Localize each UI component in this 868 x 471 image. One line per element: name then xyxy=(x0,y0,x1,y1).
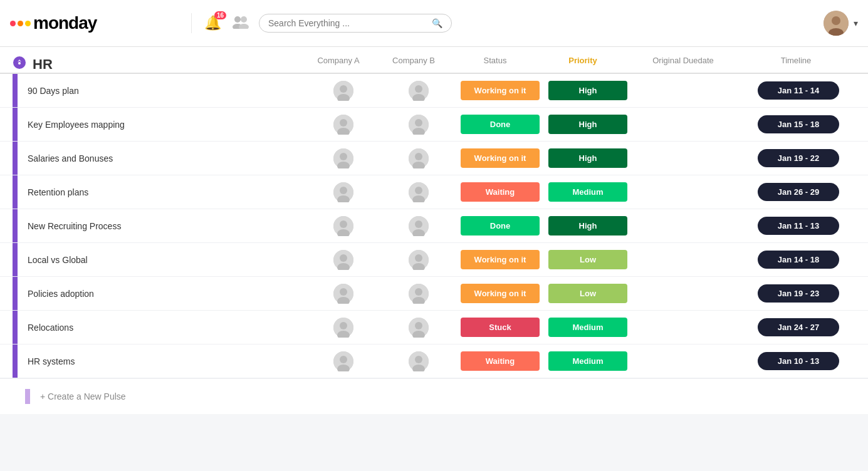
svg-point-56 xyxy=(415,322,422,329)
row-task-name: Salaries and Bonuses xyxy=(18,147,306,170)
row-task-name: New Recruiting Process xyxy=(18,215,306,237)
status-badge: Working on it xyxy=(461,148,540,168)
row-company-b-avatar[interactable] xyxy=(381,182,456,202)
avatar-icon xyxy=(333,284,353,304)
svg-point-17 xyxy=(340,119,347,127)
row-color-bar xyxy=(13,108,18,141)
row-company-a-avatar[interactable] xyxy=(306,81,381,101)
row-company-a-avatar[interactable] xyxy=(306,284,381,304)
row-company-a-avatar[interactable] xyxy=(306,216,381,236)
row-company-a-avatar[interactable] xyxy=(306,250,381,270)
avatar-icon xyxy=(409,351,429,371)
row-priority-cell[interactable]: High xyxy=(544,214,632,238)
row-priority-cell[interactable]: Low xyxy=(544,247,632,272)
row-priority-cell[interactable]: High xyxy=(544,78,632,103)
priority-badge: Medium xyxy=(548,351,627,371)
row-status-cell[interactable]: Working on it xyxy=(456,247,544,272)
table-row[interactable]: Policies adoption Working on it Low Jan … xyxy=(0,277,868,311)
row-company-a-avatar[interactable] xyxy=(306,148,381,168)
status-badge: Done xyxy=(461,216,540,236)
col-header-company-a: Company A xyxy=(301,56,376,73)
row-color-bar xyxy=(13,344,18,378)
row-status-cell[interactable]: Working on it xyxy=(456,78,544,103)
row-priority-cell[interactable]: High xyxy=(544,146,632,170)
row-company-b-avatar[interactable] xyxy=(381,284,456,304)
avatar-icon xyxy=(333,182,353,202)
avatar-icon xyxy=(333,318,353,338)
row-color-bar xyxy=(13,311,18,344)
search-input[interactable] xyxy=(268,18,427,28)
priority-badge: High xyxy=(548,148,627,168)
row-timeline-cell[interactable]: Jan 15 - 18 xyxy=(745,115,857,133)
status-badge: Waiting xyxy=(461,351,540,371)
avatar[interactable] xyxy=(824,11,849,36)
timeline-badge: Jan 11 - 14 xyxy=(758,81,839,100)
svg-point-20 xyxy=(415,119,422,127)
row-priority-cell[interactable]: Low xyxy=(544,281,632,306)
row-status-cell[interactable]: Done xyxy=(456,112,544,137)
svg-point-23 xyxy=(340,153,347,160)
status-badge: Working on it xyxy=(461,81,540,100)
row-company-b-avatar[interactable] xyxy=(381,250,456,270)
row-company-a-avatar[interactable] xyxy=(306,182,381,202)
row-company-b-avatar[interactable] xyxy=(381,148,456,168)
row-status-cell[interactable]: Waiting xyxy=(456,180,544,204)
row-company-b-avatar[interactable] xyxy=(381,115,456,135)
create-pulse-indent xyxy=(25,389,30,404)
row-color-bar xyxy=(13,142,18,175)
table-row[interactable]: HR systems Waiting Medium Jan 10 - 13 xyxy=(0,344,868,378)
board-title: HR xyxy=(33,56,53,73)
row-timeline-cell[interactable]: Jan 11 - 14 xyxy=(745,81,857,100)
row-company-b-avatar[interactable] xyxy=(381,216,456,236)
priority-badge: Low xyxy=(548,250,627,269)
logo-dot-red xyxy=(10,21,16,26)
table-row[interactable]: Local vs Global Working on it Low Jan 14… xyxy=(0,243,868,277)
notifications-button[interactable]: 🔔 16 xyxy=(204,15,221,31)
row-timeline-cell[interactable]: Jan 11 - 13 xyxy=(745,217,857,235)
table-row[interactable]: Key Employees mapping Done High Jan 15 -… xyxy=(0,108,868,142)
row-company-a-avatar[interactable] xyxy=(306,351,381,371)
row-company-a-avatar[interactable] xyxy=(306,318,381,338)
row-task-name: 90 Days plan xyxy=(18,80,306,102)
row-timeline-cell[interactable]: Jan 19 - 23 xyxy=(745,284,857,303)
row-timeline-cell[interactable]: Jan 19 - 22 xyxy=(745,149,857,167)
board-title-area: HR xyxy=(13,56,301,73)
row-status-cell[interactable]: Stuck xyxy=(456,315,544,339)
search-icon: 🔍 xyxy=(432,18,442,28)
table-row[interactable]: Salaries and Bonuses Working on it High … xyxy=(0,142,868,175)
row-priority-cell[interactable]: Medium xyxy=(544,180,632,204)
row-company-b-avatar[interactable] xyxy=(381,351,456,371)
row-status-cell[interactable]: Waiting xyxy=(456,349,544,373)
avatar-icon xyxy=(409,81,429,101)
row-priority-cell[interactable]: Medium xyxy=(544,349,632,373)
team-button[interactable] xyxy=(231,14,249,33)
timeline-badge: Jan 15 - 18 xyxy=(758,115,839,133)
avatar-icon xyxy=(409,148,429,168)
row-timeline-cell[interactable]: Jan 14 - 18 xyxy=(745,251,857,269)
table-row[interactable]: New Recruiting Process Done High Jan 11 … xyxy=(0,209,868,243)
timeline-badge: Jan 24 - 27 xyxy=(758,318,839,336)
row-status-cell[interactable]: Done xyxy=(456,214,544,238)
create-pulse-button[interactable]: + Create a New Pulse xyxy=(40,391,126,401)
row-company-b-avatar[interactable] xyxy=(381,81,456,101)
row-status-cell[interactable]: Working on it xyxy=(456,281,544,306)
row-timeline-cell[interactable]: Jan 10 - 13 xyxy=(745,352,857,370)
row-company-a-avatar[interactable] xyxy=(306,115,381,135)
row-timeline-cell[interactable]: Jan 26 - 29 xyxy=(745,183,857,201)
table-row[interactable]: Relocations Stuck Medium Jan 24 - 27 xyxy=(0,311,868,344)
table-row[interactable]: 90 Days plan Working on it High Jan 11 -… xyxy=(0,74,868,108)
row-timeline-cell[interactable]: Jan 24 - 27 xyxy=(745,318,857,336)
row-priority-cell[interactable]: High xyxy=(544,112,632,137)
board-icon xyxy=(13,56,26,73)
row-status-cell[interactable]: Working on it xyxy=(456,146,544,170)
search-bar[interactable]: 🔍 xyxy=(259,14,452,33)
row-priority-cell[interactable]: Medium xyxy=(544,315,632,339)
table-row[interactable]: Retention plans Waiting Medium Jan 26 - … xyxy=(0,175,868,209)
avatar-icon xyxy=(333,216,353,236)
svg-point-14 xyxy=(415,85,422,93)
header-right: ▾ xyxy=(824,11,858,36)
row-company-b-avatar[interactable] xyxy=(381,318,456,338)
chevron-down-icon[interactable]: ▾ xyxy=(854,18,858,28)
app-header: monday 🔔 16 🔍 ▾ xyxy=(0,0,868,47)
row-task-name: Relocations xyxy=(18,316,306,339)
